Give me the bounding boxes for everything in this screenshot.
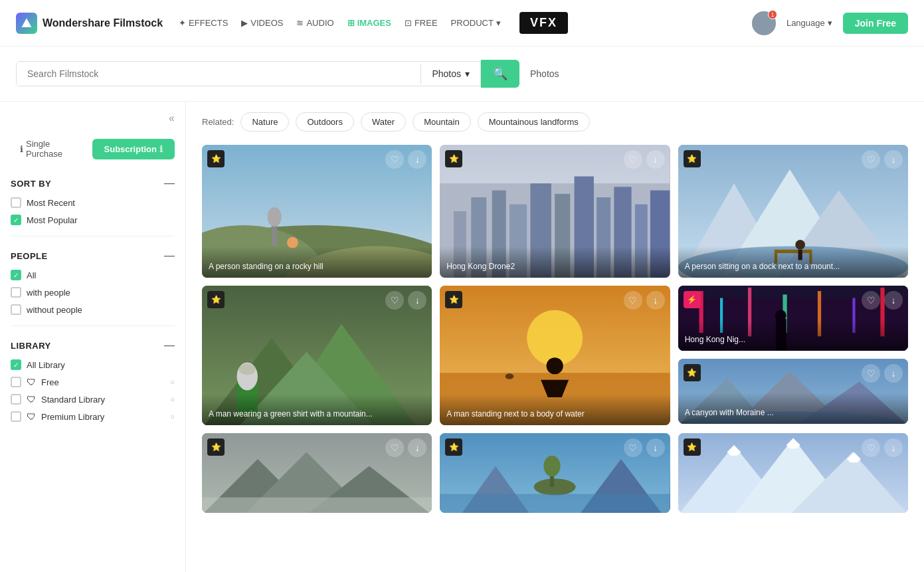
svg-point-68 xyxy=(534,478,576,495)
sort-most-recent[interactable]: Most Recent xyxy=(11,197,175,208)
photo-caption: A man wearing a green shirt with a mount… xyxy=(209,409,373,419)
sidebar-collapse-button[interactable]: « xyxy=(169,112,175,124)
photo-actions: ♡ ↓ xyxy=(385,438,426,457)
library-free-checkbox[interactable] xyxy=(11,377,21,387)
library-all[interactable]: All Library xyxy=(11,359,175,370)
favorite-button[interactable]: ♡ xyxy=(624,150,642,169)
photo-card-5[interactable]: ⭐ ♡ ↓ A man standing next to a body of w… xyxy=(440,286,670,425)
logo[interactable]: Wondershare Filmstock xyxy=(16,13,163,34)
avatar[interactable]: 1 xyxy=(752,11,776,35)
navbar: Wondershare Filmstock ✦ EFFECTS ▶ VIDEOS… xyxy=(0,0,924,47)
download-button[interactable]: ↓ xyxy=(646,291,665,310)
library-premium-count: ○ xyxy=(170,413,175,421)
related-tag-water[interactable]: Water xyxy=(361,112,406,132)
sort-by-options: Most Recent Most Popular xyxy=(11,197,175,225)
search-button[interactable]: 🔍 xyxy=(481,60,519,88)
download-button[interactable]: ↓ xyxy=(646,438,665,457)
photo-card-1[interactable]: ⭐ ♡ ↓ A person standing on a rocky hill xyxy=(202,145,432,278)
library-section-header: LIBRARY — xyxy=(11,339,175,351)
photo-card-9[interactable]: ⭐ ♡ ↓ xyxy=(678,433,908,513)
favorite-button[interactable]: ♡ xyxy=(624,291,642,310)
related-tag-nature[interactable]: Nature xyxy=(240,112,289,132)
download-button[interactable]: ↓ xyxy=(884,364,903,383)
people-without-checkbox[interactable] xyxy=(11,304,21,315)
download-button[interactable]: ↓ xyxy=(408,150,426,169)
nav-item-effects[interactable]: ✦ EFFECTS xyxy=(179,18,228,28)
photo-card-8[interactable]: ⭐ ♡ ↓ xyxy=(440,433,670,513)
library-toggle[interactable]: — xyxy=(164,339,175,351)
photo-actions: ♡ ↓ xyxy=(624,150,665,169)
info-icon: ℹ xyxy=(159,144,163,154)
library-all-checkbox[interactable] xyxy=(11,359,21,370)
sort-by-toggle[interactable]: — xyxy=(164,177,175,189)
library-standard-checkbox[interactable] xyxy=(11,394,21,405)
sort-by-title: SORT BY xyxy=(11,179,51,189)
favorite-button[interactable]: ♡ xyxy=(385,150,404,169)
join-free-button[interactable]: Join Free xyxy=(843,13,908,34)
related-tag-mountain[interactable]: Mountain xyxy=(413,112,470,132)
favorite-button[interactable]: ♡ xyxy=(385,291,404,310)
people-all-checkbox[interactable] xyxy=(11,270,21,280)
download-button[interactable]: ↓ xyxy=(408,291,426,310)
people-with-checkbox[interactable] xyxy=(11,287,21,298)
photo-caption: Hong Kong Drone2 xyxy=(446,262,515,271)
library-free[interactable]: 🛡 Free ○ xyxy=(11,377,175,387)
photo-card-6b[interactable]: ⭐ ♡ ↓ A canyon with Moraine ... xyxy=(678,359,908,424)
people-with-people[interactable]: with people xyxy=(11,287,175,298)
svg-point-37 xyxy=(239,364,256,375)
library-standard[interactable]: 🛡 Standard Library ○ xyxy=(11,394,175,405)
photo-card-6a[interactable]: ⚡ ♡ ↓ Hong Kong Nig... xyxy=(678,286,908,351)
download-button[interactable]: ↓ xyxy=(884,150,903,169)
sort-most-recent-checkbox[interactable] xyxy=(11,197,21,208)
search-type-dropdown[interactable]: Photos ▾ xyxy=(421,62,480,86)
images-icon: ⊞ xyxy=(347,18,355,28)
photo-overlay: A person standing on a rocky hill xyxy=(202,246,432,278)
search-input[interactable] xyxy=(17,62,420,86)
star-badge: ⚡ xyxy=(684,291,701,308)
photo-overlay: A man wearing a green shirt with a mount… xyxy=(202,394,432,425)
sort-most-popular-checkbox[interactable] xyxy=(11,215,21,225)
search-icon: 🔍 xyxy=(493,67,508,80)
svg-rect-64 xyxy=(202,498,432,513)
svg-point-6 xyxy=(268,207,282,227)
photo-card-3[interactable]: ⭐ ♡ ↓ A person sitting on a dock next to… xyxy=(678,145,908,278)
language-selector[interactable]: Language ▾ xyxy=(786,18,832,28)
favorite-button[interactable]: ♡ xyxy=(624,438,642,457)
library-premium[interactable]: 🛡 Premium Library ○ xyxy=(11,411,175,422)
sort-most-popular[interactable]: Most Popular xyxy=(11,215,175,225)
people-without-people[interactable]: without people xyxy=(11,304,175,315)
tab-single-purchase[interactable]: ℹ Single Purchase xyxy=(11,134,87,164)
favorite-button[interactable]: ♡ xyxy=(862,291,880,310)
nav-item-audio[interactable]: ≋ AUDIO xyxy=(296,18,333,28)
effects-icon: ✦ xyxy=(179,18,186,28)
star-badge: ⭐ xyxy=(445,438,462,456)
nav-item-free[interactable]: ⊡ FREE xyxy=(405,18,438,28)
download-button[interactable]: ↓ xyxy=(408,438,426,457)
people-toggle[interactable]: — xyxy=(164,250,175,262)
library-premium-checkbox[interactable] xyxy=(11,411,21,422)
tab-subscription[interactable]: Subscription ℹ xyxy=(92,139,175,159)
download-button[interactable]: ↓ xyxy=(884,438,903,457)
notification-badge: 1 xyxy=(768,10,777,19)
related-tag-mountainous[interactable]: Mountainous landforms xyxy=(478,112,590,132)
photo-overlay: Hong Kong Drone2 xyxy=(440,246,670,278)
library-options: All Library 🛡 Free ○ 🛡 Standard Library … xyxy=(11,359,175,422)
download-button[interactable]: ↓ xyxy=(884,291,903,310)
vfx-badge[interactable]: VFX xyxy=(519,12,568,34)
chevron-down-icon: ▾ xyxy=(828,18,832,28)
nav-item-product[interactable]: PRODUCT ▾ xyxy=(451,18,501,28)
nav-item-videos[interactable]: ▶ VIDEOS xyxy=(241,18,283,28)
favorite-button[interactable]: ♡ xyxy=(862,364,880,383)
favorite-button[interactable]: ♡ xyxy=(385,438,404,457)
nav-item-images[interactable]: ⊞ IMAGES xyxy=(347,18,391,28)
photo-card-7[interactable]: ⭐ ♡ ↓ xyxy=(202,433,432,513)
related-tag-outdoors[interactable]: Outdoors xyxy=(296,112,353,132)
photo-actions: ♡ ↓ xyxy=(862,438,903,457)
favorite-button[interactable]: ♡ xyxy=(862,150,880,169)
search-result-label: Photos xyxy=(530,68,559,79)
photo-card-4[interactable]: ⭐ ♡ ↓ A man wearing a green shirt with a… xyxy=(202,286,432,425)
people-all[interactable]: All xyxy=(11,270,175,280)
photo-card-2[interactable]: ⭐ ♡ ↓ Hong Kong Drone2 xyxy=(440,145,670,278)
favorite-button[interactable]: ♡ xyxy=(862,438,880,457)
download-button[interactable]: ↓ xyxy=(646,150,665,169)
